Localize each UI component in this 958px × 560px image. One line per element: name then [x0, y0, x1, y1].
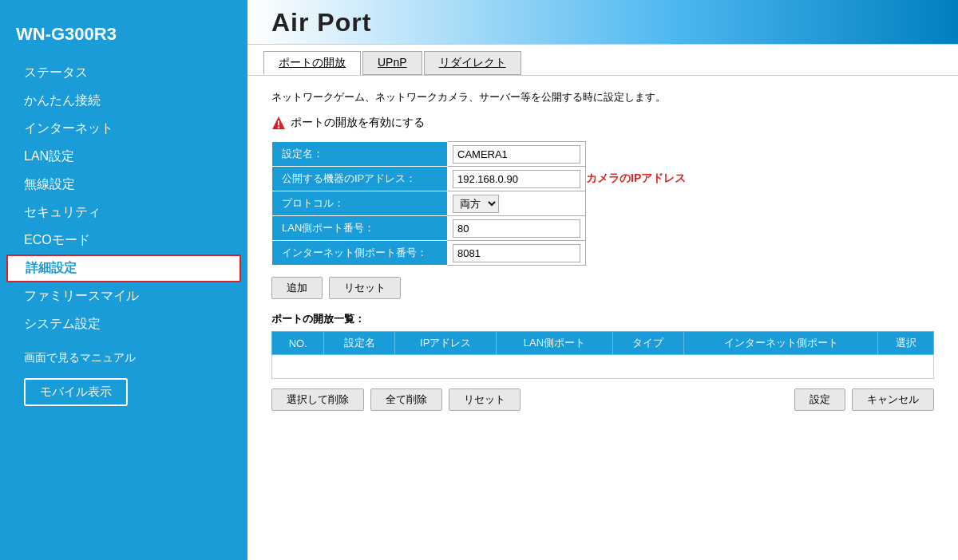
form-extra-device-ip: カメラのIPアドレス [586, 167, 687, 191]
port-list-label: ポートの開放一覧： [271, 312, 934, 326]
delete-selected-button[interactable]: 選択して削除 [271, 388, 364, 411]
form-input-cell-inet-port [448, 241, 586, 266]
form-extra-config-name [586, 142, 687, 167]
cancel-button[interactable]: キャンセル [852, 388, 934, 411]
nav-menu: ステータスかんたん接続インターネットLAN設定無線設定セキュリティECOモード詳… [0, 59, 247, 338]
delete-all-button[interactable]: 全て削除 [370, 388, 442, 411]
col-header: IPアドレス [395, 332, 497, 355]
form-reset-button[interactable]: リセット [329, 277, 401, 299]
sidebar: WN-G300R3 ステータスかんたん接続インターネットLAN設定無線設定セキュ… [0, 0, 247, 560]
col-header: タイプ [612, 332, 683, 355]
col-header: 設定名 [324, 332, 395, 355]
manual-link[interactable]: 画面で見るマニュアル [0, 338, 247, 372]
input-lan-port[interactable] [453, 219, 580, 238]
form-label-protocol: プロトコル： [272, 191, 448, 216]
form-input-cell-config-name [448, 142, 586, 167]
config-form: 設定名：公開する機器のIPアドレス：カメラのIPアドレスプロトコル：両方TCPU… [271, 141, 687, 266]
mobile-display-button[interactable]: モバイル表示 [24, 378, 128, 406]
mobile-btn-wrap: モバイル表示 [0, 372, 247, 412]
select-protocol[interactable]: 両方TCPUDP [453, 195, 499, 213]
input-device-ip[interactable] [453, 170, 580, 188]
form-extra-lan-port [586, 216, 687, 241]
input-inet-port[interactable] [453, 244, 580, 262]
main-content: Air Port ポートの開放UPnPリダイレクト ネットワークゲーム、ネットワ… [247, 0, 958, 560]
input-config-name[interactable] [453, 145, 580, 164]
logo-text: Air Port [271, 8, 371, 37]
enable-label: ポートの開放を有効にする [291, 116, 425, 130]
port-list-table: NO.設定名IPアドレスLAN側ポートタイプインターネット側ポート選択 [271, 331, 934, 379]
add-button[interactable]: 追加 [271, 277, 323, 299]
form-input-cell-lan-port [448, 216, 586, 241]
sidebar-item-easy-connect[interactable]: かんたん接続 [0, 87, 247, 115]
svg-point-2 [278, 126, 279, 128]
empty-row [272, 355, 934, 379]
sidebar-item-status[interactable]: ステータス [0, 59, 247, 87]
sidebar-item-internet[interactable]: インターネット [0, 115, 247, 143]
device-name: WN-G300R3 [0, 16, 247, 59]
tab-bar: ポートの開放UPnPリダイレクト [247, 45, 958, 76]
form-label-device-ip: 公開する機器のIPアドレス： [272, 167, 448, 191]
form-label-config-name: 設定名： [272, 142, 448, 167]
form-input-cell-protocol: 両方TCPUDP [448, 191, 586, 216]
form-extra-inet-port [586, 241, 687, 266]
sidebar-item-advanced[interactable]: 詳細設定 [6, 254, 241, 282]
tab-redirect[interactable]: リダイレクト [424, 51, 521, 75]
form-input-cell-device-ip [448, 167, 586, 191]
list-reset-button[interactable]: リセット [449, 388, 521, 411]
tab-port-open[interactable]: ポートの開放 [263, 51, 361, 75]
save-button[interactable]: 設定 [794, 388, 845, 411]
sidebar-item-lan[interactable]: LAN設定 [0, 143, 247, 171]
header: Air Port [247, 0, 958, 45]
bottom-buttons: 選択して削除 全て削除 リセット 設定 キャンセル [271, 388, 934, 411]
col-header: 選択 [878, 332, 934, 355]
col-header: インターネット側ポート [683, 332, 877, 355]
enable-icon [271, 116, 286, 130]
form-label-inet-port: インターネット側ポート番号： [272, 241, 448, 266]
form-label-lan-port: LAN側ポート番号： [272, 216, 448, 241]
sidebar-item-eco[interactable]: ECOモード [0, 227, 247, 254]
enable-row: ポートの開放を有効にする [271, 116, 934, 130]
form-extra-protocol [586, 191, 687, 216]
sidebar-item-family[interactable]: ファミリースマイル [0, 282, 247, 310]
sidebar-item-wireless[interactable]: 無線設定 [0, 171, 247, 199]
tab-upnp[interactable]: UPnP [362, 51, 422, 75]
page-description: ネットワークゲーム、ネットワークカメラ、サーバー等を公開する時に設定します。 [271, 90, 934, 105]
form-buttons: 追加 リセット [271, 277, 934, 299]
app-logo: Air Port [271, 8, 942, 37]
col-header: NO. [272, 332, 324, 355]
sidebar-item-system[interactable]: システム設定 [0, 310, 247, 338]
sidebar-item-security[interactable]: セキュリティ [0, 199, 247, 227]
col-header: LAN側ポート [497, 332, 613, 355]
page-content: ネットワークゲーム、ネットワークカメラ、サーバー等を公開する時に設定します。 ポ… [247, 76, 958, 560]
